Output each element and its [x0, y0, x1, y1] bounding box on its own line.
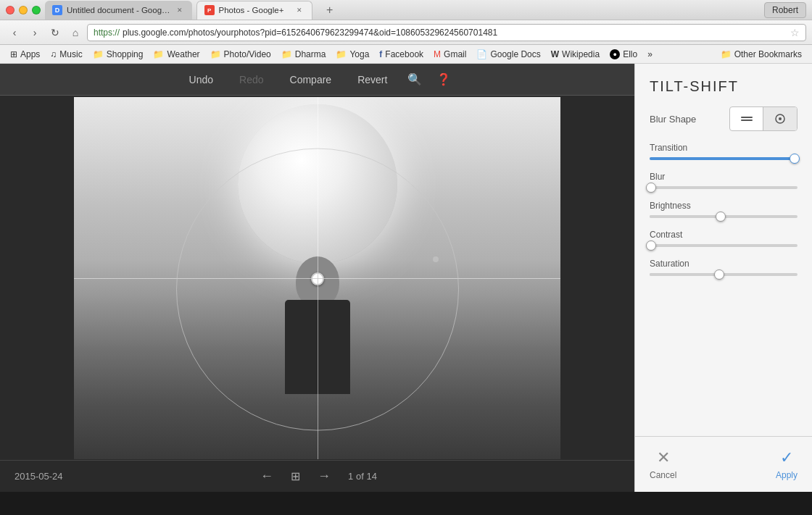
bookmark-gmail-label: Gmail [444, 49, 466, 59]
blur-shape-radial-button[interactable] [763, 107, 797, 130]
music-icon: ♫ [50, 49, 57, 59]
compare-button[interactable]: Compare [284, 71, 338, 88]
tab-docs-title: Untitled document - Goog… [67, 6, 170, 14]
blur-label: Blur [650, 172, 798, 182]
undo-button[interactable]: Undo [183, 71, 219, 88]
bookmark-ello[interactable]: ● Ello [605, 48, 642, 61]
apps-icon: ⊞ [10, 49, 17, 59]
search-icon[interactable]: 🔍 [407, 72, 422, 86]
more-bookmarks-label: » [647, 49, 652, 59]
svg-point-3 [779, 117, 782, 120]
bookmark-other[interactable]: 📁 Other Bookmarks [716, 48, 806, 61]
bookmark-apps[interactable]: ⊞ Apps [6, 48, 44, 61]
tiltshift-panel: TILT-SHIFT Blur Shape [634, 64, 812, 492]
bookmark-photovideo-label: Photo/Video [224, 49, 271, 59]
blur-thumb[interactable] [646, 183, 656, 193]
grid-view-button[interactable]: ⊞ [291, 469, 300, 483]
contrast-slider-group: Contrast [650, 230, 798, 247]
saturation-slider-group: Saturation [650, 259, 798, 276]
transition-track[interactable] [650, 157, 798, 160]
contrast-track[interactable] [650, 244, 798, 247]
blur-track[interactable] [650, 186, 798, 189]
bookmark-gmail[interactable]: M Gmail [429, 48, 471, 61]
previous-photo-button[interactable]: ← [257, 466, 276, 487]
sliders-section: Transition Blur Brightness [635, 143, 812, 288]
ello-icon: ● [610, 49, 620, 59]
next-photo-button[interactable]: → [315, 466, 334, 487]
main-content: Undo Redo Compare Revert 🔍 ❓ [0, 64, 812, 492]
browser-chrome: D Untitled document - Goog… ✕ P Photos -… [0, 0, 812, 64]
brightness-fill [650, 215, 721, 218]
bookmark-facebook-label: Facebook [385, 49, 423, 59]
saturation-track[interactable] [650, 273, 798, 276]
new-tab-button[interactable]: + [320, 3, 340, 17]
close-window-button[interactable] [6, 6, 14, 14]
bookmark-music-label: Music [59, 49, 82, 59]
bookmark-other-label: Other Bookmarks [734, 49, 802, 59]
cancel-label: Cancel [650, 470, 676, 480]
wikipedia-icon: W [551, 49, 559, 59]
transition-thumb[interactable] [790, 154, 800, 164]
blur-shape-row: Blur Shape [635, 106, 812, 143]
tab-docs[interactable]: D Untitled document - Goog… ✕ [45, 1, 192, 20]
title-bar: D Untitled document - Goog… ✕ P Photos -… [0, 0, 812, 20]
bookmark-photovideo[interactable]: 📁 Photo/Video [206, 48, 276, 61]
minimize-window-button[interactable] [19, 6, 28, 14]
bookmark-shopping[interactable]: 📁 Shopping [88, 48, 148, 61]
apply-button[interactable]: ✓ Apply [776, 448, 798, 480]
url-bar[interactable]: https:// plus.google.com/photos/yourphot… [87, 24, 806, 41]
bookmark-weather[interactable]: 📁 Weather [149, 48, 204, 61]
blur-shape-linear-button[interactable] [730, 107, 763, 130]
cancel-button[interactable]: ✕ Cancel [650, 448, 676, 480]
home-button[interactable]: ⌂ [67, 24, 84, 41]
tab-photos-title: Photos - Google+ [219, 6, 290, 14]
profile-button[interactable]: Robert [764, 2, 806, 18]
googledocs-icon: 📄 [476, 49, 487, 59]
child-body [285, 300, 350, 394]
bookmark-dharma[interactable]: 📁 Dharma [277, 48, 331, 61]
saturation-thumb[interactable] [714, 269, 724, 280]
transition-label: Transition [650, 143, 798, 153]
bookmark-music[interactable]: ♫ Music [46, 48, 86, 61]
dharma-icon: 📁 [281, 49, 292, 59]
saturation-fill [650, 273, 719, 276]
blur-shape-label: Blur Shape [650, 114, 729, 125]
contrast-label: Contrast [650, 230, 798, 240]
photo-date: 2015-05-24 [14, 471, 63, 482]
reload-button[interactable]: ↻ [46, 24, 64, 41]
tab-docs-favicon: D [52, 5, 62, 15]
contrast-thumb[interactable] [646, 240, 656, 251]
help-icon[interactable]: ❓ [436, 72, 451, 86]
bookmark-yoga[interactable]: 📁 Yoga [331, 48, 373, 61]
url-text: plus.google.com/photos/yourphotos?pid=61… [123, 28, 787, 38]
bookmark-facebook[interactable]: f Facebook [375, 48, 428, 61]
tab-photos[interactable]: P Photos - Google+ ✕ [196, 1, 312, 20]
photo-canvas[interactable] [0, 96, 634, 460]
bookmark-googledocs[interactable]: 📄 Google Docs [472, 48, 544, 61]
cancel-icon: ✕ [657, 448, 670, 467]
bookmark-star-icon[interactable]: ☆ [790, 27, 800, 38]
radial-blur-icon [773, 112, 787, 126]
brightness-track[interactable] [650, 215, 798, 218]
bookmark-more[interactable]: » [643, 48, 657, 61]
brightness-thumb[interactable] [716, 212, 726, 222]
other-bookmarks-icon: 📁 [721, 49, 732, 59]
gmail-icon: M [434, 49, 441, 59]
revert-button[interactable]: Revert [352, 71, 393, 88]
child-figure [245, 256, 390, 459]
bookmark-wikipedia-label: Wikipedia [562, 49, 600, 59]
maximize-window-button[interactable] [32, 6, 41, 14]
bookmark-wikipedia[interactable]: W Wikipedia [547, 48, 604, 61]
forward-button[interactable]: › [26, 24, 44, 41]
back-button[interactable]: ‹ [6, 24, 23, 41]
bookmark-apps-label: Apps [20, 49, 40, 59]
bookmark-dharma-label: Dharma [295, 49, 326, 59]
photovideo-icon: 📁 [210, 49, 221, 59]
tab-photos-favicon: P [204, 5, 215, 15]
redo-button[interactable]: Redo [233, 71, 269, 88]
tab-docs-close[interactable]: ✕ [175, 5, 185, 15]
facebook-icon: f [379, 49, 382, 59]
editor-toolbar: Undo Redo Compare Revert 🔍 ❓ [0, 64, 634, 96]
linear-blur-icon [740, 113, 754, 125]
tab-photos-close[interactable]: ✕ [294, 5, 304, 15]
